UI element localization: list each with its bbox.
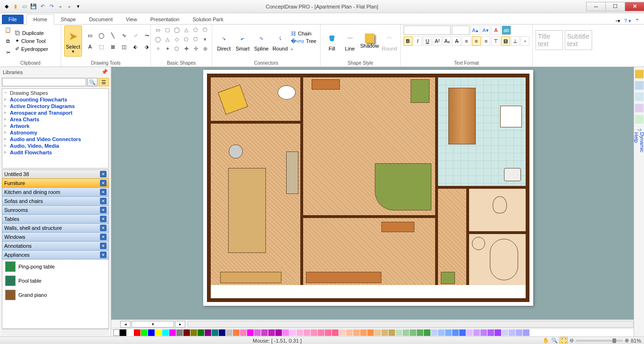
italic-button[interactable]: I xyxy=(413,36,422,46)
panel-hscroll[interactable] xyxy=(2,329,109,336)
chair-shape[interactable] xyxy=(229,144,243,159)
shape-item[interactable]: Ping-pong table xyxy=(2,260,108,274)
no-color-swatch[interactable] xyxy=(113,329,120,336)
close-tab-icon[interactable]: × xyxy=(100,189,107,195)
pan-tool-icon[interactable]: ✋ xyxy=(543,337,549,344)
tree-connector-button[interactable]: �чтоTree xyxy=(290,38,317,45)
duplicate-button[interactable]: ⿻Duplicate xyxy=(14,30,49,36)
document-tab[interactable]: Document xyxy=(83,15,119,24)
dining-table-shape[interactable] xyxy=(448,88,476,144)
collapse-ribbon-icon[interactable]: ⌃ xyxy=(635,18,639,24)
subscript-button[interactable]: A₂ xyxy=(443,36,452,46)
chain-connector-button[interactable]: ⛓Chain xyxy=(290,30,317,37)
search-button[interactable]: 🔍 xyxy=(87,78,98,86)
underline-button[interactable]: U xyxy=(423,36,432,46)
color-swatch[interactable] xyxy=(134,329,141,336)
save-icon[interactable]: 💾 xyxy=(30,3,37,10)
bold-button[interactable]: B xyxy=(404,36,413,46)
view-tab[interactable]: View xyxy=(119,15,144,24)
fit-page-icon[interactable]: ⛶ xyxy=(560,337,568,344)
zoom-tool-icon[interactable]: 🔍 xyxy=(551,337,558,344)
sofa-shape[interactable] xyxy=(286,151,298,194)
color-swatch[interactable] xyxy=(275,329,282,336)
rail-icon-2[interactable] xyxy=(635,81,644,90)
color-swatch[interactable] xyxy=(183,329,190,336)
maximize-button[interactable]: ☐ xyxy=(605,2,625,11)
page-tab[interactable]: ▾ xyxy=(132,321,174,327)
paste-icon[interactable]: 📋 xyxy=(3,25,13,35)
rail-icon-4[interactable] xyxy=(635,104,644,112)
spline-connector-button[interactable]: ∿Spline xyxy=(253,25,271,57)
color-swatch[interactable] xyxy=(226,329,233,336)
color-swatch[interactable] xyxy=(459,329,466,336)
qat-icon-1[interactable]: ▫ xyxy=(57,3,64,10)
close-tab-icon[interactable]: × xyxy=(100,234,107,240)
cabinet-row-shape[interactable] xyxy=(306,272,381,283)
color-swatch[interactable] xyxy=(502,329,509,336)
shape-item[interactable]: Grand piano xyxy=(2,288,108,302)
tree-item[interactable]: Active Directory Diagrams xyxy=(3,103,107,109)
color-swatch[interactable] xyxy=(155,329,162,336)
highlight-button[interactable]: ab xyxy=(502,25,511,35)
rail-icon-3[interactable] xyxy=(635,92,644,101)
close-tab-icon[interactable]: × xyxy=(100,252,107,258)
color-swatch[interactable] xyxy=(289,329,297,336)
color-swatch[interactable] xyxy=(388,329,396,336)
tool-c[interactable]: ⊞ xyxy=(107,42,118,52)
lib-tab[interactable]: Untitled 38× xyxy=(2,169,109,179)
rect-tool[interactable]: ▭ xyxy=(85,30,95,41)
basic-shapes-gallery[interactable]: ▭▢◯△⬠⎔ ◯△◇⬠⎔▾ ✧✦⬡✚✢⊕ xyxy=(154,25,209,53)
solution-park-tab[interactable]: Solution Park xyxy=(186,15,230,24)
curve-tool[interactable]: ∿ xyxy=(119,30,129,41)
cut-icon[interactable]: ✂ xyxy=(3,47,13,58)
poly-tool[interactable]: ⟋ xyxy=(130,30,140,41)
close-tab-icon[interactable]: × xyxy=(100,180,107,186)
color-swatch[interactable] xyxy=(169,329,176,336)
close-tab-icon[interactable]: × xyxy=(100,198,107,204)
lib-tab[interactable]: Windows× xyxy=(2,232,109,242)
color-swatch[interactable] xyxy=(311,329,318,336)
font-color-button[interactable]: A xyxy=(491,25,501,35)
lib-tab-selected[interactable]: Furniture× xyxy=(2,178,109,188)
color-swatch[interactable] xyxy=(219,329,226,336)
basin-shape[interactable] xyxy=(472,237,485,250)
l-sofa-shape[interactable] xyxy=(375,163,431,210)
fill-button[interactable]: 🪣Fill xyxy=(323,25,340,57)
color-swatch[interactable] xyxy=(304,329,311,336)
color-swatch[interactable] xyxy=(127,329,134,336)
home-tab[interactable]: Home xyxy=(26,14,54,25)
drawing-page[interactable] xyxy=(203,70,533,306)
zoom-slider[interactable] xyxy=(576,340,623,342)
close-tab-icon[interactable]: × xyxy=(100,216,107,222)
round-connector-button[interactable]: ⤹Round xyxy=(271,25,289,57)
color-swatch[interactable] xyxy=(120,329,127,336)
round-style-button[interactable]: ◠Round xyxy=(381,25,398,57)
zoom-in-button[interactable]: ⊕ xyxy=(625,337,629,344)
color-swatch[interactable] xyxy=(325,329,332,336)
cabinet-row2-shape[interactable] xyxy=(220,272,281,283)
color-swatch[interactable] xyxy=(523,329,530,336)
color-swatch[interactable] xyxy=(247,329,254,336)
color-swatch[interactable] xyxy=(495,329,502,336)
redo-icon[interactable]: ↷ xyxy=(48,3,55,10)
color-swatch[interactable] xyxy=(205,329,212,336)
color-swatch[interactable] xyxy=(480,329,487,336)
color-swatch[interactable] xyxy=(381,329,388,336)
color-swatch[interactable] xyxy=(332,329,339,336)
tool-e[interactable]: ⬖ xyxy=(130,42,140,52)
rug-shape[interactable] xyxy=(228,168,266,253)
eyedropper-button[interactable]: ✐Eyedropper xyxy=(14,45,49,52)
align-center-button[interactable]: ≡ xyxy=(472,36,481,46)
color-swatch[interactable] xyxy=(396,329,403,336)
text-tool[interactable]: A xyxy=(85,42,95,52)
tree-item[interactable]: Audio, Video, Media xyxy=(3,143,107,149)
cabinet-shape[interactable] xyxy=(312,79,340,90)
color-swatch[interactable] xyxy=(445,329,452,336)
lib-tab[interactable]: Sunrooms× xyxy=(2,205,109,215)
shape-tab[interactable]: Shape xyxy=(54,15,83,24)
color-swatch[interactable] xyxy=(198,329,205,336)
direct-connector-button[interactable]: ↘Direct xyxy=(215,25,233,57)
lib-tab[interactable]: Appliances× xyxy=(2,250,109,260)
color-swatch[interactable] xyxy=(410,329,417,336)
color-swatch[interactable] xyxy=(297,329,304,336)
